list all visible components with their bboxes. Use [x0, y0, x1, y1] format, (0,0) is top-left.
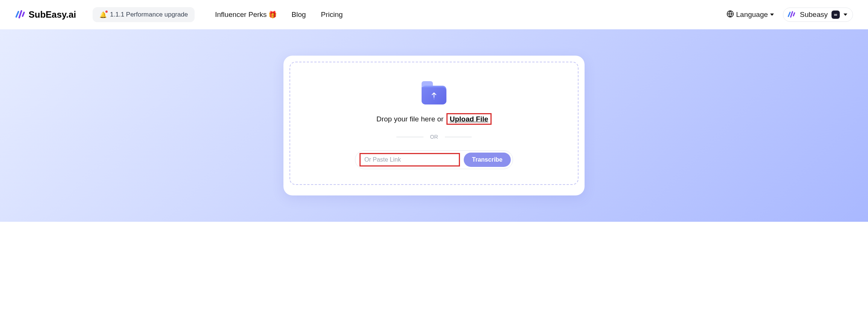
transcribe-button[interactable]: Transcribe: [464, 153, 511, 167]
globe-icon: [726, 10, 734, 20]
paste-link-input[interactable]: [361, 154, 459, 165]
wave-icon: [15, 9, 26, 20]
main-hero: Drop your file here or Upload File OR Tr…: [0, 29, 868, 222]
brand-name: SubEasy.ai: [29, 9, 76, 20]
header-bar: SubEasy.ai 🔔 1.1.1 Performance upgrade I…: [0, 0, 868, 29]
user-caret-down-icon: [844, 14, 847, 16]
svg-point-1: [434, 98, 434, 99]
user-wave-icon: [787, 10, 796, 19]
upload-folder-icon: [422, 81, 446, 104]
upload-file-link[interactable]: Upload File: [446, 113, 492, 125]
paste-link-highlight: [359, 153, 460, 167]
bell-icon: 🔔: [99, 11, 107, 18]
language-label: Language: [736, 11, 768, 19]
arrow-up-icon: [430, 91, 438, 100]
nav-pricing[interactable]: Pricing: [321, 11, 343, 19]
version-text: 1.1.1 Performance upgrade: [110, 11, 188, 18]
user-menu[interactable]: Subeasy ∞: [783, 8, 853, 22]
nav-influencer-label: Influencer Perks: [215, 11, 266, 19]
or-divider: OR: [396, 134, 472, 140]
nav-blog[interactable]: Blog: [292, 11, 306, 19]
caret-down-icon: [770, 14, 774, 16]
upload-card: Drop your file here or Upload File OR Tr…: [283, 56, 585, 195]
paste-link-row: Transcribe: [355, 150, 513, 169]
or-label: OR: [430, 134, 438, 140]
user-plan-badge: ∞: [831, 11, 840, 19]
nav-influencer[interactable]: Influencer Perks 🎁: [215, 11, 276, 19]
user-name: Subeasy: [800, 11, 828, 19]
version-badge[interactable]: 🔔 1.1.1 Performance upgrade: [93, 7, 195, 22]
drop-prefix: Drop your file here or: [376, 115, 446, 123]
gift-icon: 🎁: [268, 11, 277, 19]
language-selector[interactable]: Language: [726, 10, 774, 20]
upload-dropzone[interactable]: Drop your file here or Upload File OR Tr…: [289, 62, 579, 185]
header-right: Language Subeasy ∞: [726, 8, 853, 22]
nav-links: Influencer Perks 🎁 Blog Pricing: [215, 11, 343, 19]
brand-logo[interactable]: SubEasy.ai: [15, 9, 76, 20]
drop-text: Drop your file here or Upload File: [376, 115, 492, 123]
